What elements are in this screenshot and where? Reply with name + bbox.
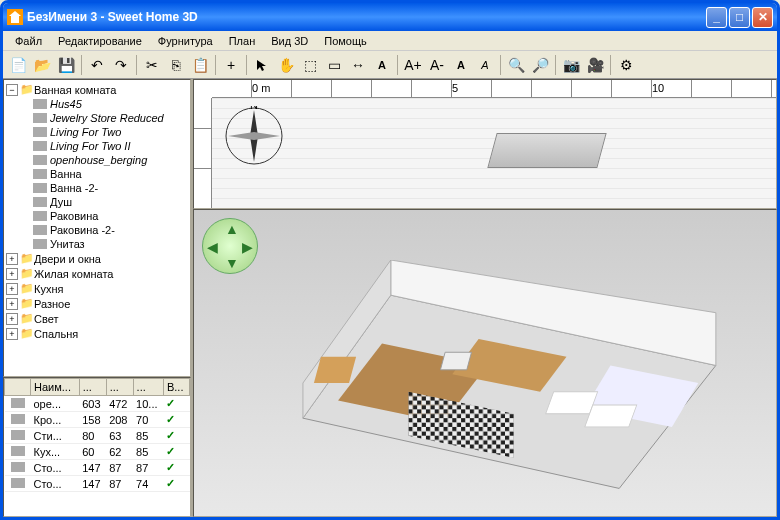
tree-label: Ванна (50, 168, 82, 180)
tree-category[interactable]: +📁Свет (6, 311, 188, 326)
preferences-icon[interactable]: ⚙ (615, 54, 637, 76)
furniture-icon (33, 99, 47, 109)
expand-icon[interactable]: + (6, 313, 18, 325)
furniture-table-panel[interactable]: Наим............В... оре...60347210...✓К… (3, 377, 191, 517)
minimize-button[interactable]: _ (706, 7, 727, 28)
tree-item[interactable]: Ванна -2- (6, 181, 188, 195)
undo-icon[interactable]: ↶ (86, 54, 108, 76)
menu-file[interactable]: Файл (7, 33, 50, 49)
paste-icon[interactable]: 📋 (189, 54, 211, 76)
close-button[interactable]: ✕ (752, 7, 773, 28)
new-icon[interactable]: 📄 (7, 54, 29, 76)
tree-item[interactable]: Ванна (6, 167, 188, 181)
tree-item[interactable]: Living For Two (6, 125, 188, 139)
tree-item[interactable]: openhouse_berging (6, 153, 188, 167)
3d-floorplan[interactable] (244, 260, 766, 506)
cell-visible[interactable]: ✓ (163, 460, 189, 476)
cell-visible[interactable]: ✓ (163, 428, 189, 444)
col-icon[interactable] (5, 379, 31, 396)
menu-furniture[interactable]: Фурнитура (150, 33, 221, 49)
text-plus-icon[interactable]: A+ (402, 54, 424, 76)
add-furniture-icon[interactable]: + (220, 54, 242, 76)
collapse-icon[interactable]: − (6, 84, 18, 96)
menu-plan[interactable]: План (221, 33, 264, 49)
table-row[interactable]: Сти...806385✓ (5, 428, 190, 444)
redo-icon[interactable]: ↷ (110, 54, 132, 76)
cut-icon[interactable]: ✂ (141, 54, 163, 76)
cell-visible[interactable]: ✓ (163, 396, 189, 412)
titlebar[interactable]: БезИмени 3 - Sweet Home 3D _ □ ✕ (3, 3, 777, 31)
dimension-icon[interactable]: ↔ (347, 54, 369, 76)
table-header[interactable]: ... (106, 379, 133, 396)
table-header[interactable]: В... (163, 379, 189, 396)
zoom-in-icon[interactable]: 🔍 (505, 54, 527, 76)
tree-category[interactable]: +📁Кухня (6, 281, 188, 296)
furniture-icon (33, 197, 47, 207)
table-row[interactable]: Кух...606285✓ (5, 444, 190, 460)
furniture-tree[interactable]: − 📁 Ванная комната Hus45Jewelry Store Re… (3, 79, 191, 377)
table-row[interactable]: Кро...15820870✓ (5, 412, 190, 428)
wall-icon[interactable]: ⬚ (299, 54, 321, 76)
plan-canvas[interactable]: N (212, 98, 776, 208)
tree-category[interactable]: +📁Жилая комната (6, 266, 188, 281)
table-row[interactable]: Сто...1478774✓ (5, 476, 190, 492)
tree-category[interactable]: +📁Спальня (6, 326, 188, 341)
folder-icon: 📁 (20, 267, 34, 280)
cell-visible[interactable]: ✓ (163, 476, 189, 492)
cell-c: 10... (133, 396, 163, 412)
tree-item[interactable]: Раковина -2- (6, 223, 188, 237)
photo-icon[interactable]: 📷 (560, 54, 582, 76)
cell-visible[interactable]: ✓ (163, 412, 189, 428)
nav-down-icon[interactable]: ▼ (225, 255, 239, 271)
copy-icon[interactable]: ⎘ (165, 54, 187, 76)
table-row[interactable]: оре...60347210...✓ (5, 396, 190, 412)
room-icon[interactable]: ▭ (323, 54, 345, 76)
expand-icon[interactable]: + (6, 253, 18, 265)
nav-up-icon[interactable]: ▲ (225, 221, 239, 237)
expand-icon[interactable]: + (6, 283, 18, 295)
tree-item[interactable]: Living For Two II (6, 139, 188, 153)
table-header[interactable]: ... (79, 379, 106, 396)
text-minus-icon[interactable]: A- (426, 54, 448, 76)
zoom-out-icon[interactable]: 🔎 (529, 54, 551, 76)
bold-icon[interactable]: A (450, 54, 472, 76)
main-window: БезИмени 3 - Sweet Home 3D _ □ ✕ Файл Ре… (0, 0, 780, 520)
italic-icon[interactable]: A (474, 54, 496, 76)
plan-model-preview[interactable] (487, 133, 606, 168)
tree-item[interactable]: Jewelry Store Reduced (6, 111, 188, 125)
nav-right-icon[interactable]: ▶ (242, 239, 253, 255)
text-icon[interactable]: A (371, 54, 393, 76)
maximize-button[interactable]: □ (729, 7, 750, 28)
tree-root[interactable]: − 📁 Ванная комната (6, 82, 188, 97)
3d-view[interactable]: ▲ ▼ ◀ ▶ (193, 209, 777, 517)
tree-label: Ванна -2- (50, 182, 98, 194)
save-icon[interactable]: 💾 (55, 54, 77, 76)
cell-visible[interactable]: ✓ (163, 444, 189, 460)
compass-icon[interactable]: N (224, 106, 284, 166)
pan-icon[interactable]: ✋ (275, 54, 297, 76)
tree-category[interactable]: +📁Двери и окна (6, 251, 188, 266)
tree-label: Спальня (34, 328, 78, 340)
select-icon[interactable] (251, 54, 273, 76)
menu-3dview[interactable]: Вид 3D (263, 33, 316, 49)
tree-item[interactable]: Раковина (6, 209, 188, 223)
tree-label: Living For Two II (50, 140, 131, 152)
table-header[interactable]: Наим... (31, 379, 80, 396)
tree-category[interactable]: +📁Разное (6, 296, 188, 311)
plan-2d-view[interactable]: 0 m 5 10 N (193, 79, 777, 209)
nav-left-icon[interactable]: ◀ (207, 239, 218, 255)
table-row[interactable]: Сто...1478787✓ (5, 460, 190, 476)
menu-edit[interactable]: Редактирование (50, 33, 150, 49)
video-icon[interactable]: 🎥 (584, 54, 606, 76)
expand-icon[interactable]: + (6, 328, 18, 340)
tree-item[interactable]: Душ (6, 195, 188, 209)
expand-icon[interactable]: + (6, 268, 18, 280)
open-icon[interactable]: 📂 (31, 54, 53, 76)
tree-item[interactable]: Унитаз (6, 237, 188, 251)
menu-help[interactable]: Помощь (316, 33, 375, 49)
furniture-icon (33, 127, 47, 137)
table-header[interactable]: ... (133, 379, 163, 396)
expand-icon[interactable]: + (6, 298, 18, 310)
tree-item[interactable]: Hus45 (6, 97, 188, 111)
cell-name: Сто... (31, 460, 80, 476)
